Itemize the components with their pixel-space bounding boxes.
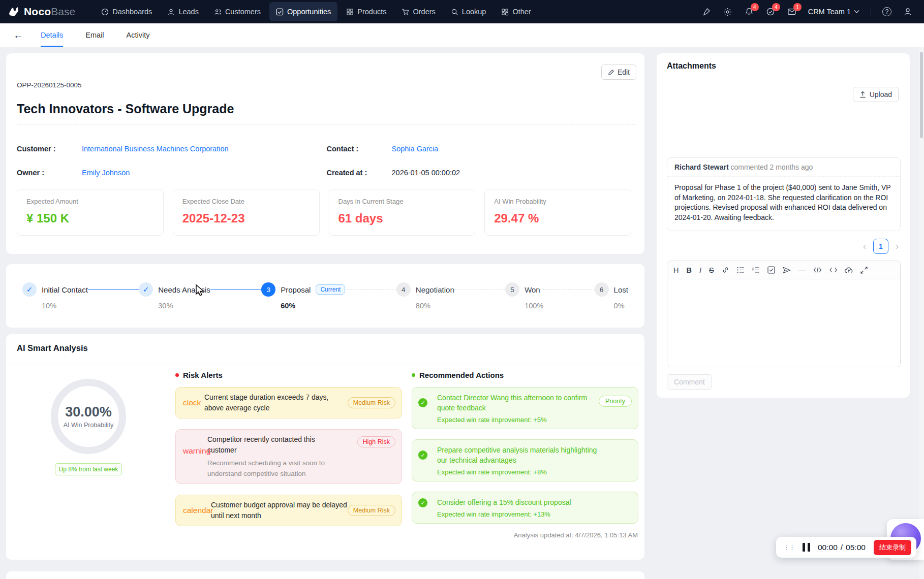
opportunity-title: Tech Innovators - Software Upgrade <box>17 102 234 116</box>
italic-icon[interactable]: I <box>699 261 701 279</box>
stage-number: 6 <box>595 282 609 297</box>
app-window: NocoBase Dashboards Leads Customers Oppo… <box>0 0 924 579</box>
check-circle-icon: ✓ <box>418 451 427 460</box>
customer-link[interactable]: International Business Machines Corporat… <box>82 145 229 153</box>
gauge-icon <box>101 8 109 16</box>
nav-item-lookup[interactable]: Lookup <box>444 2 493 21</box>
link-icon[interactable] <box>722 261 729 279</box>
stage-connector <box>543 290 594 290</box>
attachments-title: Attachments <box>667 61 716 71</box>
nav-label: Dashboards <box>112 8 152 16</box>
stage-initial-contact[interactable]: ✓ Initial Contact 10% <box>22 282 88 310</box>
action-item: ✓ Contact Director Wang this afternoon t… <box>412 387 638 429</box>
fullscreen-icon[interactable] <box>860 261 868 279</box>
drag-handle-icon[interactable]: ⋮⋮ <box>783 543 794 551</box>
red-dot-icon <box>175 373 179 377</box>
page-number-button[interactable]: 1 <box>873 239 888 254</box>
risk-alerts-header: Risk Alerts <box>175 371 223 379</box>
comment-submit-button[interactable]: Comment <box>667 374 712 390</box>
nav-item-other[interactable]: Other <box>495 2 537 21</box>
pause-icon[interactable] <box>803 543 810 552</box>
nav-item-opportunities[interactable]: Opportunities <box>269 2 337 21</box>
opportunity-detail-card: Edit OPP-20260125-0005 Tech Innovators -… <box>6 53 644 254</box>
notifications-bell-icon[interactable]: 4 <box>744 7 754 17</box>
stage-won[interactable]: 5 Won 100% <box>505 282 543 310</box>
prev-page-icon[interactable]: ‹ <box>863 241 866 252</box>
team-selector[interactable]: CRM Team 1 <box>808 8 859 16</box>
field-created-at: Created at : 2026-01-05 00:00:02 <box>327 169 637 177</box>
back-button[interactable]: ← <box>13 29 23 41</box>
code-block-icon[interactable] <box>813 261 822 279</box>
next-section-card <box>6 571 644 579</box>
task-list-icon[interactable] <box>767 261 775 279</box>
next-page-icon[interactable]: › <box>896 241 899 252</box>
field-owner: Owner : Emily Johnson <box>17 169 327 177</box>
tab-details[interactable]: Details <box>41 23 63 47</box>
nav-item-orders[interactable]: Orders <box>395 2 442 21</box>
nocobase-logo[interactable]: NocoBase <box>7 5 75 18</box>
tab-activity[interactable]: Activity <box>127 23 150 47</box>
stage-label: Won <box>525 285 540 294</box>
field-row: Owner : Emily Johnson Created at : 2026-… <box>17 169 636 177</box>
upload-button[interactable]: Upload <box>853 87 899 102</box>
stage-lost[interactable]: 6 Lost 0% <box>595 282 628 310</box>
metric-days-in-stage: Days in Current Stage 61 days <box>329 189 476 236</box>
stage-percent: 10% <box>42 302 88 310</box>
contact-link[interactable]: Sophia Garcia <box>392 145 439 153</box>
stage-percent: 80% <box>416 302 454 310</box>
field-contact: Contact : Sophia Garcia <box>327 145 637 153</box>
inline-code-icon[interactable] <box>829 261 837 279</box>
owner-link[interactable]: Emily Johnson <box>82 169 130 177</box>
logo-text-base: Base <box>51 6 75 17</box>
scrollbar-thumb[interactable] <box>920 52 923 138</box>
help-icon[interactable]: ? <box>882 7 891 16</box>
cart-icon <box>402 8 409 16</box>
highlighter-icon[interactable] <box>701 7 712 17</box>
page-scrollbar[interactable] <box>919 23 924 579</box>
settings-gear-icon[interactable] <box>723 7 733 17</box>
bold-icon[interactable]: B <box>686 261 691 279</box>
ai-analysis-title: AI Smart Analysis <box>17 343 88 353</box>
bullet-list-icon[interactable] <box>737 261 745 279</box>
green-dot-icon <box>412 373 415 377</box>
comment-author: Richard Stewart <box>674 163 729 171</box>
risk-alerts-title: Risk Alerts <box>183 371 223 379</box>
modules-icon <box>346 8 354 16</box>
field-row: Customer : International Business Machin… <box>17 145 636 153</box>
stage-percent: 100% <box>525 302 543 310</box>
nav-label: Leads <box>178 8 199 16</box>
stop-recording-button[interactable]: 结束录制 <box>874 540 911 555</box>
nav-item-customers[interactable]: Customers <box>207 2 267 21</box>
nav-item-dashboards[interactable]: Dashboards <box>95 2 159 21</box>
horizontal-rule-icon[interactable]: — <box>798 261 806 279</box>
approvals-clock-icon[interactable]: 4 <box>765 7 776 17</box>
send-icon[interactable] <box>783 261 791 279</box>
numbered-list-icon[interactable]: 12 <box>752 261 760 279</box>
user-icon[interactable] <box>903 7 913 17</box>
pipeline-card: ✓ Initial Contact 10% ✓ Needs Analysis 3… <box>6 264 644 328</box>
stage-connector <box>454 290 505 290</box>
donut-value: 30.00% <box>65 404 112 420</box>
risk-level-badge: Medium Risk <box>348 397 395 408</box>
tab-email[interactable]: Email <box>85 23 104 47</box>
recommended-actions-list: ✓ Contact Director Wang this afternoon t… <box>412 387 638 534</box>
nav-item-products[interactable]: Products <box>340 2 393 21</box>
nav-label: Lookup <box>462 8 486 16</box>
nav-item-leads[interactable]: Leads <box>161 2 205 21</box>
heading-icon[interactable]: H <box>673 261 679 279</box>
comment-input[interactable] <box>667 279 900 367</box>
stage-percent: 60% <box>281 302 345 310</box>
edit-button[interactable]: Edit <box>601 65 636 80</box>
edit-label: Edit <box>618 68 630 76</box>
stage-percent: 30% <box>158 302 210 310</box>
nav-divider <box>871 7 871 16</box>
mail-icon[interactable]: 1 <box>787 7 797 17</box>
upload-cloud-icon[interactable] <box>845 261 853 279</box>
stage-number: 4 <box>396 282 411 297</box>
strikethrough-icon[interactable]: S <box>709 261 714 279</box>
risk-level-badge: Medium Risk <box>348 505 395 516</box>
stage-proposal[interactable]: 3 Proposal Current 60% <box>261 282 345 310</box>
metric-label: Expected Amount <box>26 198 154 205</box>
ai-analysis-card: AI Smart Analysis 30.00% AI Win Probabil… <box>6 334 644 560</box>
stage-negotiation[interactable]: 4 Negotiation 80% <box>396 282 454 310</box>
